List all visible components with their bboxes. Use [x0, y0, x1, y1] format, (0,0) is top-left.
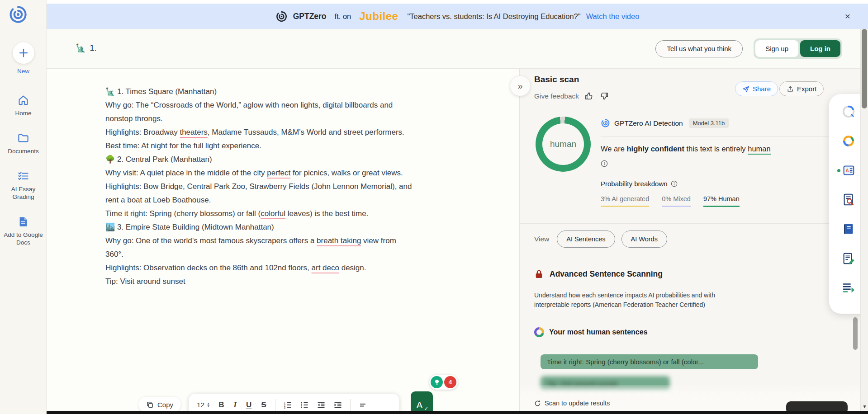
- view-ai-words-button[interactable]: AI Words: [621, 231, 667, 248]
- svg-text:3: 3: [284, 406, 285, 409]
- human-score-donut: human: [536, 117, 591, 172]
- export-icon: [787, 85, 794, 93]
- unordered-list-icon[interactable]: [300, 400, 309, 409]
- doc-line: 🏙️ 3. Empire State Building (Midtown Man…: [105, 221, 490, 234]
- font-size-control[interactable]: 12 ▲▼: [197, 401, 210, 409]
- human-sentence-chip[interactable]: Time it right: Spring (cherry blossoms) …: [541, 354, 758, 369]
- spellcheck-underlined-word[interactable]: perfect: [267, 169, 290, 177]
- sidebar-item-add-to-google-docs[interactable]: Add to Google Docs: [3, 216, 44, 246]
- view-controls: View AI SentencesAI Words: [534, 231, 667, 248]
- thumbs-up-icon[interactable]: [584, 91, 594, 101]
- sidebar-item-ai-essay-grading[interactable]: AI Essay Grading: [3, 170, 44, 201]
- bold-button[interactable]: B: [218, 400, 225, 409]
- spellcheck-underlined-word[interactable]: colorful: [261, 209, 285, 218]
- sidebar-item-documents[interactable]: Documents: [3, 132, 44, 155]
- watch-video-link[interactable]: Watch the video: [586, 12, 640, 21]
- doc-line: Why visit: A quiet place in the middle o…: [105, 166, 490, 180]
- documents-icon: [17, 132, 29, 144]
- doc-line: Tip: Visit around sunset: [105, 275, 490, 288]
- spellcheck-underlined-word[interactable]: theaters: [180, 128, 207, 136]
- panel-collapse-button[interactable]: »: [510, 75, 531, 96]
- page-header: 🗽 1. Tell us what you think Sign up Log …: [47, 29, 868, 69]
- suggestion-bulb-icon[interactable]: [431, 376, 443, 388]
- panel-divider: [520, 223, 868, 224]
- svg-text:A: A: [845, 168, 849, 173]
- promo-banner: GPTZero ft. on Jubilee "Teachers vs. stu…: [47, 4, 868, 29]
- probability-item: 0% Mixed: [662, 195, 691, 207]
- doc-line: 360°.: [105, 248, 490, 261]
- checklist-icon: [17, 170, 29, 182]
- banner-close-icon[interactable]: ×: [845, 10, 850, 23]
- document-text[interactable]: 🗽 1. Times Square (Manhattan)Why go: The…: [105, 85, 490, 288]
- gptzero-detection-logo-icon: [601, 118, 610, 128]
- plus-icon: [12, 42, 35, 64]
- gptzero-logo[interactable]: [8, 5, 28, 24]
- panel-divider: [520, 256, 868, 256]
- spellcheck-underlined-word[interactable]: art deco: [312, 263, 339, 272]
- tell-us-button[interactable]: Tell us what you think: [655, 40, 743, 57]
- doc-line: Highlights: Broadway theaters, Madame Tu…: [105, 126, 490, 139]
- share-button[interactable]: Share: [735, 81, 778, 96]
- info-icon[interactable]: [601, 160, 608, 167]
- donut-label: human: [550, 139, 576, 149]
- banner-ft-text: ft. on: [335, 12, 351, 21]
- indent-icon[interactable]: [333, 400, 342, 409]
- book-icon[interactable]: [841, 221, 856, 237]
- italic-button[interactable]: I: [232, 400, 237, 409]
- view-ai-sentences-button[interactable]: AI Sentences: [557, 231, 615, 248]
- sidebar-nav: NewHomeDocumentsAI Essay GradingAdd to G…: [0, 42, 47, 261]
- doc-line: Best time: At night for the full light e…: [105, 139, 490, 153]
- statue-of-liberty-emoji: 🗽: [76, 43, 85, 53]
- list-summary-icon[interactable]: [841, 280, 856, 296]
- paper-plane-icon: [742, 85, 749, 93]
- banner-brand: GPTZero: [293, 12, 327, 21]
- advanced-scanning-description: Understand how each sentence impacts AI …: [534, 291, 715, 310]
- verdict-human-word: human: [748, 145, 770, 155]
- outdent-icon[interactable]: [317, 400, 326, 409]
- sidebar-item-home[interactable]: Home: [3, 94, 44, 117]
- signup-button[interactable]: Sign up: [755, 40, 798, 57]
- sidebar-item-new[interactable]: New: [3, 42, 44, 75]
- lock-icon: [534, 269, 544, 279]
- give-feedback: Give feedback: [534, 91, 609, 101]
- doc-search-icon[interactable]: [841, 192, 856, 207]
- page-scrollbar-thumb[interactable]: [862, 29, 867, 108]
- writing-assistant-badge[interactable]: 4: [429, 375, 458, 390]
- probability-item: 3% AI generated: [601, 195, 649, 207]
- google-docs-icon: [17, 216, 29, 228]
- thumbs-down-icon[interactable]: [599, 91, 609, 101]
- doc-edit-icon[interactable]: [841, 251, 856, 266]
- strikethrough-button[interactable]: S: [260, 400, 267, 409]
- scroll-down-arrow-icon[interactable]: ▼: [861, 404, 868, 409]
- page-scrollbar[interactable]: ▼: [860, 29, 868, 414]
- probability-breakdown: 3% AI generated0% Mixed97% Human: [601, 195, 740, 207]
- login-button[interactable]: Log in: [800, 40, 840, 57]
- line-spacing-icon[interactable]: [358, 400, 367, 409]
- spellcheck-underlined-word[interactable]: breath taking: [317, 236, 361, 245]
- app-sidebar: NewHomeDocumentsAI Essay GradingAdd to G…: [0, 0, 47, 414]
- document-editor[interactable]: 🗽 1. Times Square (Manhattan)Why go: The…: [47, 69, 520, 411]
- doc-line: Why go: One of the world’s most famous s…: [105, 234, 490, 248]
- font-size-stepper-icon[interactable]: ▲▼: [207, 402, 210, 408]
- spinner-logo-icon[interactable]: [841, 104, 856, 119]
- alert-count-badge[interactable]: 4: [444, 376, 456, 388]
- ordered-list-icon[interactable]: 123: [283, 400, 292, 409]
- doc-line: Time it right: Spring (cherry blossoms) …: [105, 207, 490, 221]
- model-version-badge: Model 3.11b: [689, 118, 729, 128]
- doc-line: Highlights: Observation decks on the 86t…: [105, 261, 490, 275]
- human-sentences-header: Your most human sentences: [534, 327, 648, 337]
- chevron-right-icon: »: [517, 81, 522, 91]
- underline-button[interactable]: U: [245, 400, 252, 409]
- panel-footer: Scan to update results: [520, 385, 868, 411]
- info-icon[interactable]: [671, 180, 678, 187]
- sidebar-item-label: Add to Google Docs: [3, 231, 44, 246]
- doc-line: 🌳 2. Central Park (Manhattan): [105, 153, 490, 166]
- gptzero-logo-small-icon: [275, 10, 288, 23]
- reader-highlight-icon[interactable]: A: [841, 163, 856, 178]
- sidebar-item-label: New: [17, 67, 29, 75]
- sidebar-item-label: Documents: [8, 147, 38, 155]
- color-ring-logo-icon[interactable]: [841, 133, 856, 149]
- copy-button[interactable]: Copy: [138, 397, 181, 412]
- panel-scrollbar-thumb[interactable]: [853, 317, 858, 350]
- export-button[interactable]: Export: [779, 81, 824, 96]
